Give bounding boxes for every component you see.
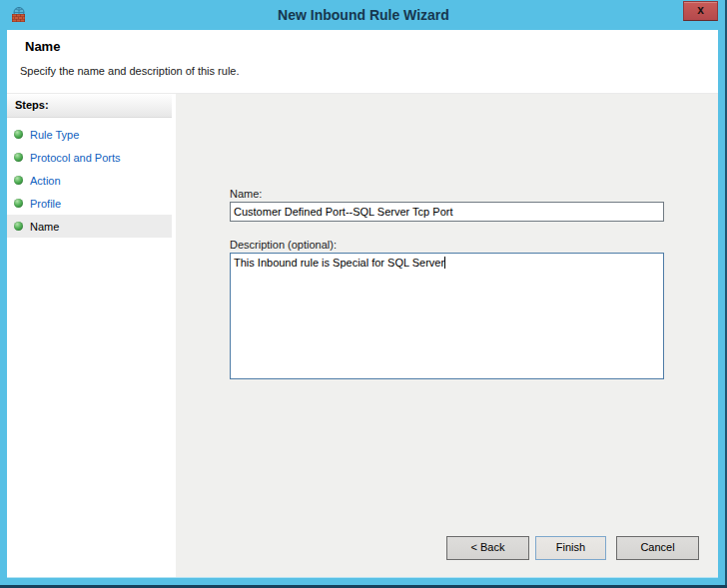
- wizard-window: New Inbound Rule Wizard x Name Specify t…: [0, 0, 727, 588]
- step-done-icon: [14, 222, 23, 231]
- step-done-icon: [14, 176, 23, 185]
- text-caret: [444, 257, 445, 269]
- form-panel: Name: Description (optional): This Inbou…: [176, 94, 718, 577]
- steps-heading: Steps:: [7, 94, 172, 118]
- description-field-label: Description (optional):: [230, 239, 337, 251]
- window-body: Name Specify the name and description of…: [7, 30, 718, 577]
- back-button[interactable]: < Back: [446, 536, 529, 560]
- sidebar-item-name[interactable]: Name: [7, 215, 172, 238]
- step-label: Action: [30, 175, 61, 187]
- close-button[interactable]: x: [683, 1, 718, 21]
- step-done-icon: [14, 153, 23, 162]
- step-done-icon: [14, 199, 23, 208]
- step-label: Name: [30, 221, 59, 233]
- steps-sidebar: Steps: Rule Type Protocol and Ports Acti…: [7, 94, 172, 577]
- name-field-label: Name:: [230, 188, 262, 200]
- window-title: New Inbound Rule Wizard: [0, 0, 727, 30]
- sidebar-item-protocol-and-ports[interactable]: Protocol and Ports: [7, 146, 172, 169]
- sidebar-item-rule-type[interactable]: Rule Type: [7, 123, 172, 146]
- rule-name-input[interactable]: [230, 202, 664, 222]
- finish-button[interactable]: Finish: [535, 536, 606, 560]
- rule-description-textarea[interactable]: This Inbound rule is Special for SQL Ser…: [230, 253, 664, 379]
- steps-list: Rule Type Protocol and Ports Action Prof…: [7, 123, 172, 238]
- page-header: Name Specify the name and description of…: [7, 30, 718, 93]
- sidebar-item-action[interactable]: Action: [7, 169, 172, 192]
- step-label: Rule Type: [30, 129, 79, 141]
- step-done-icon: [14, 130, 23, 139]
- step-label: Profile: [30, 198, 61, 210]
- description-text: This Inbound rule is Special for SQL Ser…: [234, 257, 444, 269]
- page-title: Name: [25, 39, 60, 54]
- content-area: Steps: Rule Type Protocol and Ports Acti…: [7, 93, 718, 577]
- sidebar-item-profile[interactable]: Profile: [7, 192, 172, 215]
- page-subtitle: Specify the name and description of this…: [20, 65, 240, 77]
- title-bar: New Inbound Rule Wizard x: [0, 0, 727, 30]
- cancel-button[interactable]: Cancel: [616, 536, 699, 560]
- step-label: Protocol and Ports: [30, 152, 121, 164]
